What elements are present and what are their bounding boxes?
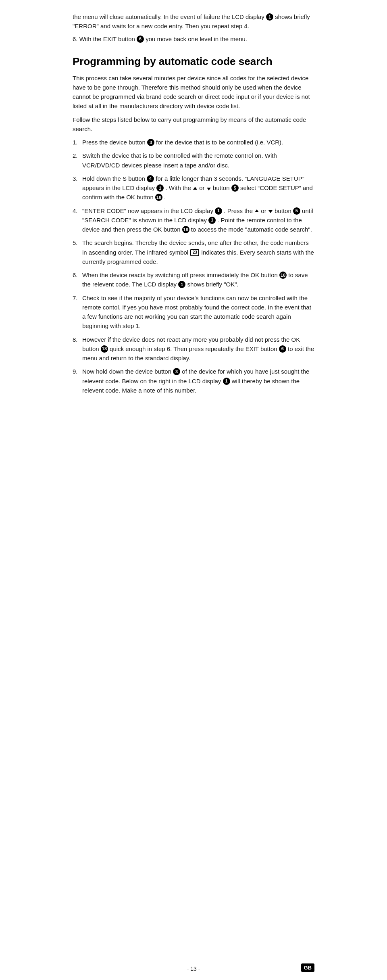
step-9-icon3: 1 bbox=[223, 378, 230, 385]
step-1-text: Press the device button bbox=[82, 139, 146, 146]
step-6-icon2: 1 bbox=[178, 281, 185, 288]
step-3-text: Hold down the S button bbox=[82, 175, 145, 182]
step-1-content: Press the device button 3 for the device… bbox=[82, 138, 314, 147]
step-2-content: Switch the device that is to be controll… bbox=[82, 151, 314, 170]
step-4-text2: . Press the bbox=[224, 207, 253, 214]
intro-paragraph: the menu will close automatically. In th… bbox=[73, 12, 314, 31]
step-4-content: "ENTER CODE" now appears in the LCD disp… bbox=[82, 206, 314, 234]
step-3-icon4: 18 bbox=[155, 194, 162, 201]
intro-text-1: the menu will close automatically. In th… bbox=[73, 13, 264, 20]
step-4-text7: to access the mode "automatic code searc… bbox=[191, 226, 312, 233]
step-1: 1. Press the device button 3 for the dev… bbox=[73, 138, 314, 147]
body-paragraph-1: This process can take several minutes pe… bbox=[73, 73, 314, 111]
step-3: 3. Hold down the S button 4 for a little… bbox=[73, 174, 314, 202]
step-4-text3: or bbox=[261, 207, 266, 214]
intro-item6: 6. With the EXIT button 6 you move back … bbox=[73, 34, 314, 44]
step-2-num: 2. bbox=[73, 151, 82, 160]
step-4-icon3: 1 bbox=[208, 217, 216, 224]
step-9-num: 9. bbox=[73, 367, 82, 376]
steps-list: 1. Press the device button 3 for the dev… bbox=[73, 138, 314, 395]
step-7: 7. Check to see if the majority of your … bbox=[73, 293, 314, 331]
section-title: Programming by automatic code search bbox=[73, 55, 314, 69]
page-footer: - 13 - GB bbox=[64, 965, 322, 972]
step-4-num: 4. bbox=[73, 206, 82, 215]
step-3-text4: or bbox=[199, 184, 204, 191]
step-1-text2: for the device that is to be controlled … bbox=[156, 139, 283, 146]
step-8-num: 8. bbox=[73, 335, 82, 344]
step-9-text: Now hold down the device button bbox=[82, 368, 171, 375]
step-5-ir-icon: 23 bbox=[190, 249, 199, 256]
icon-exit-6: 6 bbox=[137, 36, 144, 43]
step-6: 6. When the device reacts by switching o… bbox=[73, 270, 314, 289]
page-number: - 13 - bbox=[187, 965, 200, 972]
step-8-text2: quick enough in step 6. Then press repea… bbox=[110, 345, 277, 352]
step-4-icon2: 5 bbox=[293, 207, 300, 215]
intro-item6-text: With the EXIT button bbox=[79, 36, 135, 42]
step-8-icon2: 6 bbox=[279, 345, 286, 353]
step-6-num: 6. bbox=[73, 270, 82, 280]
gb-badge: GB bbox=[301, 963, 315, 972]
step-6-icon1: 18 bbox=[279, 272, 287, 279]
intro-item6-prefix: 6. bbox=[73, 36, 79, 42]
step-2: 2. Switch the device that is to be contr… bbox=[73, 151, 314, 170]
step-8-content: However if the device does not react any… bbox=[82, 335, 314, 363]
step-5: 5. The search begins. Thereby the device… bbox=[73, 238, 314, 266]
step-6-content: When the device reacts by switching off … bbox=[82, 270, 314, 289]
step-1-icon: 3 bbox=[147, 139, 154, 146]
step-8: 8. However if the device does not react … bbox=[73, 335, 314, 363]
arrow-down-icon-3 bbox=[207, 188, 211, 190]
step-5-content: The search begins. Thereby the device se… bbox=[82, 238, 314, 266]
intro-item6-rest: you move back one level in the menu. bbox=[146, 36, 247, 42]
step-3-content: Hold down the S button 4 for a little lo… bbox=[82, 174, 314, 202]
step-4-icon1: 1 bbox=[215, 207, 222, 215]
step-3-text7: . bbox=[164, 194, 166, 201]
step-4-icon4: 18 bbox=[182, 226, 189, 233]
step-6-text3: shows briefly "OK". bbox=[187, 281, 238, 288]
step-3-text5: button bbox=[213, 184, 230, 191]
step-1-num: 1. bbox=[73, 138, 82, 147]
step-9-content: Now hold down the device button 3 of the… bbox=[82, 367, 314, 395]
arrow-down-icon-4 bbox=[268, 210, 273, 213]
step-3-text3: . With the bbox=[165, 184, 191, 191]
arrow-up-icon-4 bbox=[255, 209, 259, 212]
step-7-num: 7. bbox=[73, 293, 82, 303]
step-4: 4. "ENTER CODE" now appears in the LCD d… bbox=[73, 206, 314, 234]
step-3-icon1: 4 bbox=[147, 175, 154, 182]
step-6-text: When the device reacts by switching off … bbox=[82, 272, 278, 278]
step-3-num: 3. bbox=[73, 174, 82, 183]
step-9-icon1: 3 bbox=[173, 368, 180, 375]
page-container: the menu will close automatically. In th… bbox=[64, 0, 322, 980]
icon-lcd-1: 1 bbox=[266, 13, 273, 21]
step-9: 9. Now hold down the device button 3 of … bbox=[73, 367, 314, 395]
step-3-icon3: 5 bbox=[231, 184, 239, 192]
step-8-icon1: 18 bbox=[101, 345, 108, 353]
step-4-text: "ENTER CODE" now appears in the LCD disp… bbox=[82, 207, 213, 214]
step-4-text4: button bbox=[275, 207, 291, 214]
arrow-up-icon-3 bbox=[193, 187, 197, 190]
step-7-content: Check to see if the majority of your dev… bbox=[82, 293, 314, 331]
step-3-icon2: 1 bbox=[156, 184, 164, 192]
body-paragraph-2: Follow the steps listed below to carry o… bbox=[73, 115, 314, 134]
step-5-num: 5. bbox=[73, 238, 82, 247]
